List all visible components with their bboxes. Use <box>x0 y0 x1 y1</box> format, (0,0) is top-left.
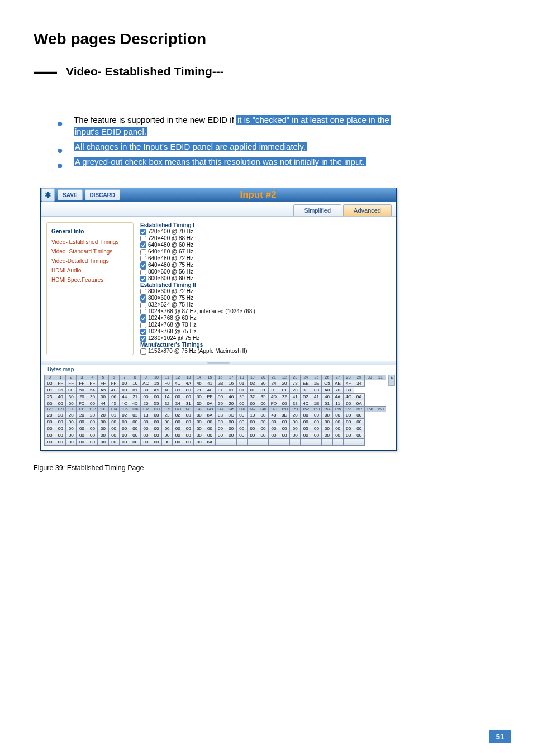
timing-label: 800×600 @ 60 Hz <box>148 275 193 282</box>
app-window: ✱ SAVE DISCARD Input #2 Simplified Advan… <box>40 188 397 451</box>
timing-option[interactable]: 640×480 @ 72 Hz <box>140 255 392 262</box>
timing-label: 1024×768 @ 70 Hz <box>148 322 197 328</box>
timing-label: 1152x870 @ 75 Hz (Apple Macintosh II) <box>148 348 247 355</box>
nav-header: General Info <box>51 228 129 235</box>
tab-advanced[interactable]: Advanced <box>343 204 392 216</box>
page-heading: Web pages Description <box>34 30 499 48</box>
timing-option[interactable]: 640×480 @ 75 Hz <box>140 262 392 269</box>
timing-option[interactable]: 800×600 @ 60 Hz <box>140 275 392 282</box>
app-icon: ✱ <box>41 188 55 202</box>
timing-checkbox[interactable] <box>140 295 146 302</box>
timing-option[interactable]: 800×600 @ 56 Hz <box>140 269 392 275</box>
timing-checkbox[interactable] <box>140 262 146 269</box>
timing-checkbox[interactable] <box>140 229 146 235</box>
timing-checkbox[interactable] <box>140 269 146 275</box>
timing-option[interactable]: 800×600 @ 72 Hz <box>140 288 392 295</box>
discard-button[interactable]: DISCARD <box>85 189 121 200</box>
timing-option[interactable]: 800×600 @ 75 Hz <box>140 295 392 302</box>
note-item: All changes in the Input's EDID panel ar… <box>57 141 499 152</box>
timing-checkbox[interactable] <box>140 309 146 315</box>
category-panel: General Info Video- Established Timings … <box>46 222 134 355</box>
timing-checkbox[interactable] <box>140 329 146 335</box>
timing-checkbox[interactable] <box>140 242 146 248</box>
timing-checkbox[interactable] <box>140 322 146 328</box>
timing-option[interactable]: 640×480 @ 67 Hz <box>140 248 392 255</box>
timing-label: 640×480 @ 75 Hz <box>148 262 193 269</box>
est-heading-3: Manufacturer's Timings <box>140 342 392 348</box>
nav-item-audio[interactable]: HDMI Audio <box>51 267 129 274</box>
section-title: Video- Established Timing--- <box>66 65 224 78</box>
timing-checkbox[interactable] <box>140 236 146 242</box>
timing-checkbox[interactable] <box>140 315 146 322</box>
timing-label: 1024×768 @ 87 Hz, interlaced (1024×768i) <box>148 308 255 315</box>
note-item: The feature is supported in the new EDID… <box>57 114 499 137</box>
section-strip: — Video- Established Timing--- <box>34 65 499 78</box>
timing-checkbox[interactable] <box>140 256 146 262</box>
nav-item-spec[interactable]: HDMI Spec.Features <box>51 277 129 283</box>
bytes-label: Bytes map <box>41 365 396 374</box>
est-heading-1: Established Timing I <box>140 222 392 228</box>
nav-item-det[interactable]: Video-Detailed Timings <box>51 258 129 264</box>
timing-option[interactable]: 720×400 @ 70 Hz <box>140 228 392 235</box>
timing-label: 640×480 @ 60 Hz <box>148 242 193 248</box>
timing-label: 1280×1024 @ 75 Hz <box>148 335 199 342</box>
timing-option[interactable]: 1024×768 @ 87 Hz, interlaced (1024×768i) <box>140 308 392 315</box>
timing-option[interactable]: 640×480 @ 60 Hz <box>140 242 392 248</box>
nav-item-est[interactable]: Video- Established Timings <box>51 239 129 245</box>
timing-label: 800×600 @ 72 Hz <box>148 288 193 295</box>
timing-label: 1024×768 @ 60 Hz <box>148 315 197 322</box>
timing-label: 832×624 @ 75 Hz <box>148 302 193 308</box>
timing-label: 800×600 @ 56 Hz <box>148 269 193 275</box>
timing-label: 640×480 @ 72 Hz <box>148 255 193 262</box>
timing-option[interactable]: 832×624 @ 75 Hz <box>140 302 392 308</box>
grip-icon <box>207 362 230 364</box>
timing-label: 1024×768 @ 75 Hz <box>148 328 197 335</box>
timing-checkbox[interactable] <box>140 302 146 308</box>
splitter[interactable] <box>41 361 396 365</box>
timing-option[interactable]: 1024×768 @ 70 Hz <box>140 322 392 328</box>
notes-list: The feature is supported in the new EDID… <box>57 114 499 168</box>
scroll-up-icon[interactable] <box>388 375 395 386</box>
bytes-map: 0123456789101112131415161718192021222324… <box>41 374 396 450</box>
note-item: A greyed-out check box means that this r… <box>57 156 499 168</box>
timing-label: 800×600 @ 75 Hz <box>148 295 193 302</box>
figure-caption: Figure 39: Established Timing Page <box>34 464 499 472</box>
timing-option[interactable]: 1280×1024 @ 75 Hz <box>140 335 392 342</box>
window-title: Input #2 <box>120 189 396 200</box>
timing-option[interactable]: 1152x870 @ 75 Hz (Apple Macintosh II) <box>140 348 392 355</box>
timing-label: 720×400 @ 70 Hz <box>148 228 193 235</box>
timing-label: 640×480 @ 67 Hz <box>148 248 193 255</box>
timing-checkbox[interactable] <box>140 249 146 255</box>
save-button[interactable]: SAVE <box>58 189 83 200</box>
timing-option[interactable]: 720×400 @ 88 Hz <box>140 235 392 242</box>
timing-checkbox[interactable] <box>140 276 146 282</box>
tab-simplified[interactable]: Simplified <box>293 204 341 216</box>
tab-bar: Simplified Advanced <box>41 202 396 217</box>
timing-label: 720×400 @ 88 Hz <box>148 235 193 242</box>
page-number: 51 <box>489 730 511 743</box>
bytes-table: 0123456789101112131415161718192021222324… <box>44 375 386 446</box>
titlebar: ✱ SAVE DISCARD Input #2 <box>41 188 396 202</box>
dash-icon: — <box>34 68 57 75</box>
timing-checkbox[interactable] <box>140 336 146 342</box>
timing-panel: Established Timing I 720×400 @ 70 Hz720×… <box>139 217 396 361</box>
timing-option[interactable]: 1024×768 @ 75 Hz <box>140 328 392 335</box>
timing-option[interactable]: 1024×768 @ 60 Hz <box>140 315 392 322</box>
timing-checkbox[interactable] <box>140 289 146 295</box>
nav-item-std[interactable]: Video- Standard Timings <box>51 248 129 255</box>
est-heading-2: Established Timing II <box>140 282 392 288</box>
timing-checkbox[interactable] <box>140 348 146 355</box>
